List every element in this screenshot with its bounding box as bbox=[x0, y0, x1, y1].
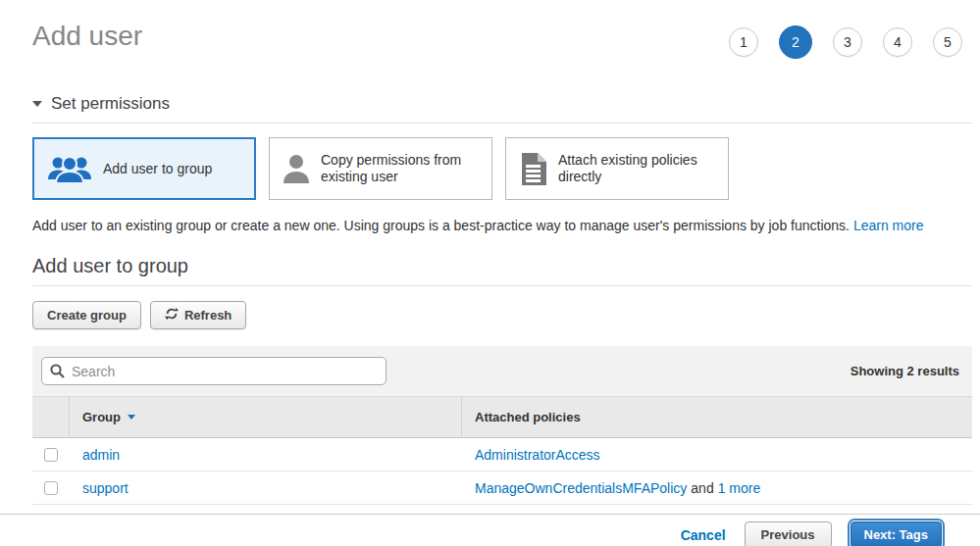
step-1: 1 bbox=[729, 27, 758, 57]
group-link[interactable]: admin bbox=[82, 447, 120, 463]
search-box bbox=[41, 357, 387, 385]
set-permissions-header: Set permissions bbox=[32, 94, 972, 124]
search-icon bbox=[50, 364, 65, 378]
refresh-label: Refresh bbox=[184, 308, 232, 323]
sort-descending-icon bbox=[128, 415, 135, 420]
group-icon bbox=[48, 154, 91, 183]
step-3-label: 3 bbox=[844, 34, 851, 50]
more-policies-link[interactable]: 1 more bbox=[718, 480, 761, 496]
wizard-footer: Cancel Previous Next: Tags bbox=[0, 514, 980, 546]
table-row: support ManageOwnCredentialsMFAPolicy an… bbox=[32, 472, 972, 505]
next-tags-button[interactable]: Next: Tags bbox=[851, 521, 943, 546]
table-search-row: Showing 2 results bbox=[32, 346, 972, 397]
collapse-triangle-icon[interactable] bbox=[32, 101, 42, 107]
step-3: 3 bbox=[833, 27, 862, 57]
create-group-button[interactable]: Create group bbox=[32, 301, 141, 329]
row-checkbox[interactable] bbox=[44, 448, 58, 462]
refresh-button[interactable]: Refresh bbox=[150, 301, 246, 329]
group-column-label: Group bbox=[82, 410, 121, 424]
groups-table: Showing 2 results Group Attached policie… bbox=[32, 346, 972, 505]
page-header: Add user 1 2 3 4 5 bbox=[0, 0, 980, 59]
results-count: Showing 2 results bbox=[851, 364, 963, 378]
step-indicator: 1 2 3 4 5 bbox=[729, 25, 962, 59]
group-column-header[interactable]: Group bbox=[70, 397, 462, 437]
policies-cell: AdministratorAccess bbox=[462, 438, 972, 471]
policy-link[interactable]: AdministratorAccess bbox=[475, 447, 600, 463]
step-5: 5 bbox=[933, 27, 962, 57]
row-checkbox[interactable] bbox=[44, 481, 58, 495]
add-user-to-group-heading: Add user to group bbox=[32, 254, 972, 286]
create-group-label: Create group bbox=[47, 308, 127, 323]
permissions-description: Add user to an existing group or create … bbox=[32, 217, 972, 234]
previous-button[interactable]: Previous bbox=[745, 521, 832, 546]
refresh-icon bbox=[165, 307, 179, 323]
group-cell: support bbox=[70, 472, 462, 504]
policies-column-header: Attached policies bbox=[462, 397, 972, 437]
table-header-row: Group Attached policies bbox=[32, 397, 972, 438]
group-cell: admin bbox=[70, 438, 462, 471]
option-label: Copy permissions from existing user bbox=[321, 152, 482, 185]
step-4-label: 4 bbox=[894, 34, 902, 50]
step-1-label: 1 bbox=[740, 34, 748, 50]
next-tags-label: Next: Tags bbox=[864, 527, 929, 542]
option-add-user-to-group[interactable]: Add user to group bbox=[32, 137, 256, 200]
learn-more-link[interactable]: Learn more bbox=[853, 218, 924, 233]
option-attach-policies[interactable]: Attach existing policies directly bbox=[505, 137, 729, 200]
step-5-label: 5 bbox=[944, 34, 952, 50]
group-link[interactable]: support bbox=[82, 480, 129, 496]
step-4: 4 bbox=[883, 27, 912, 57]
step-2-active: 2 bbox=[779, 25, 812, 59]
step-2-label: 2 bbox=[792, 34, 799, 50]
search-input[interactable] bbox=[41, 357, 387, 385]
policies-column-label: Attached policies bbox=[475, 410, 581, 424]
and-text: and bbox=[691, 480, 713, 496]
option-label: Add user to group bbox=[103, 161, 212, 177]
table-row: admin AdministratorAccess bbox=[32, 438, 972, 472]
policy-link[interactable]: ManageOwnCredentialsMFAPolicy bbox=[475, 480, 687, 496]
group-toolbar: Create group Refresh bbox=[32, 301, 972, 329]
permission-option-cards: Add user to group Copy permissions from … bbox=[32, 137, 972, 200]
previous-label: Previous bbox=[761, 527, 815, 542]
page-title: Add user bbox=[32, 20, 142, 53]
set-permissions-title: Set permissions bbox=[51, 94, 170, 114]
cancel-link[interactable]: Cancel bbox=[681, 527, 726, 543]
policies-cell: ManageOwnCredentialsMFAPolicy and 1 more bbox=[462, 472, 972, 504]
option-copy-permissions[interactable]: Copy permissions from existing user bbox=[269, 137, 492, 200]
user-icon bbox=[284, 154, 309, 183]
row-checkbox-cell bbox=[32, 438, 70, 471]
document-icon bbox=[520, 153, 546, 185]
header-checkbox-cell bbox=[32, 397, 70, 437]
row-checkbox-cell bbox=[32, 472, 70, 504]
option-label: Attach existing policies directly bbox=[558, 152, 718, 185]
description-text: Add user to an existing group or create … bbox=[32, 218, 850, 233]
